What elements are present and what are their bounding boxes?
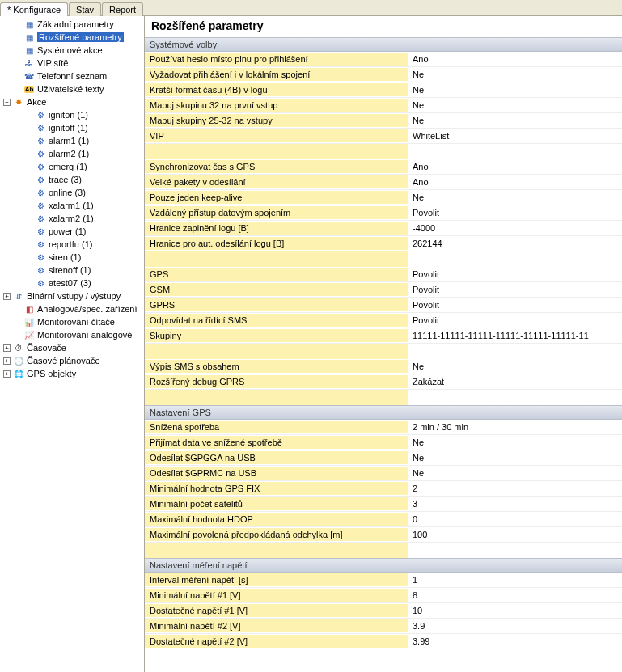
tree-node-advanced-params[interactable]: ▦Rozšířené parametry (0, 31, 144, 44)
param-row[interactable]: GPSPovolit (145, 267, 622, 282)
tree-node-vip[interactable]: 🖧VIP sítě (0, 57, 144, 70)
param-value[interactable]: WhiteList (408, 129, 622, 142)
expand-icon[interactable]: + (3, 344, 11, 352)
param-value[interactable]: Ne (408, 114, 622, 127)
param-value[interactable]: Ne (408, 467, 622, 480)
param-value[interactable]: 2 min / 30 min (408, 421, 622, 433)
tab-stav[interactable]: Stav (69, 2, 101, 16)
param-row[interactable]: Minimální napětí #2 [V]3.9 (145, 619, 622, 634)
expand-icon[interactable]: + (3, 370, 11, 378)
param-row[interactable]: Vzdálený přístup datovým spojenímPovolit (145, 205, 622, 221)
param-row[interactable]: Interval měření napětí [s]1 (145, 573, 622, 588)
param-value[interactable]: 3 (408, 497, 622, 510)
param-value[interactable]: Ne (408, 83, 622, 96)
param-row[interactable]: Rozšířený debug GPRSZakázat (145, 374, 622, 390)
param-row[interactable]: Minimální hodnota GPS FIX2 (145, 481, 622, 497)
param-row[interactable]: Skupiny11111-11111-11111-11111-11111-111… (145, 328, 622, 344)
param-value[interactable]: Povolit (408, 298, 622, 311)
param-row[interactable]: Odpovídat na řídící SMSPovolit (145, 313, 622, 328)
param-value[interactable]: Povolit (408, 314, 622, 327)
tree-action-online[interactable]: ⚙online (3) (0, 186, 144, 199)
tree-node-binary-io[interactable]: +⇵Binární vstupy / výstupy (0, 290, 144, 302)
param-value[interactable]: Povolit (408, 268, 622, 281)
param-row[interactable]: Snížená spotřeba2 min / 30 min (145, 420, 622, 435)
tree-node-gps-objects[interactable]: +🌐GPS objekty (0, 367, 144, 380)
param-row[interactable]: GPRSPovolit (145, 298, 622, 313)
param-row[interactable]: Maximální hodnota HDOP0 (145, 512, 622, 527)
param-row[interactable]: Výpis SMS s obsahemNe (145, 359, 622, 374)
param-value[interactable]: Zakázat (408, 375, 622, 388)
param-row[interactable]: Mapuj skupinu 32 na první vstupNe (145, 98, 622, 113)
param-value[interactable]: 2 (408, 482, 622, 495)
tab-konfigurace[interactable]: * Konfigurace (0, 2, 68, 16)
tree-node-analog[interactable]: ◧Analogová/spec. zařízení (0, 302, 144, 315)
param-row[interactable]: GSMPovolit (145, 282, 622, 298)
tree-action-siren[interactable]: ⚙siren (1) (0, 251, 144, 264)
tree-node-analog-mon[interactable]: 📈Monitorování analogové (0, 328, 144, 341)
param-row[interactable]: Synchronizovat čas s GPSAno (145, 159, 622, 175)
param-value[interactable]: 100 (408, 528, 622, 541)
expand-icon[interactable]: + (3, 357, 11, 365)
tree-action-xalarm2[interactable]: ⚙xalarm2 (1) (0, 212, 144, 225)
param-row[interactable]: Mapuj skupiny 25-32 na vstupyNe (145, 113, 622, 129)
tree-node-schedulers[interactable]: +🕒Časové plánovače (0, 354, 144, 367)
param-row[interactable]: Používat heslo místo pinu pro přihlášení… (145, 52, 622, 67)
tree-node-timers[interactable]: +⏱Časovače (0, 341, 144, 354)
param-row[interactable]: Hranice pro aut. odesílání logu [B]26214… (145, 236, 622, 251)
param-row[interactable]: Odesílat $GPRMC na USBNe (145, 466, 622, 481)
tree-action-alarm2[interactable]: ⚙alarm2 (1) (0, 147, 144, 160)
param-value[interactable]: 11111-11111-11111-11111-11111-11111-11 (408, 329, 622, 342)
param-row[interactable]: Vyžadovat přihlášení i v lokálním spojen… (145, 67, 622, 82)
param-value[interactable]: Ano (408, 175, 622, 188)
param-value[interactable]: Ano (408, 53, 622, 66)
tree-action-trace[interactable]: ⚙trace (3) (0, 173, 144, 186)
param-value[interactable]: Ne (408, 436, 622, 449)
param-value[interactable]: Ano (408, 160, 622, 173)
expand-icon[interactable]: + (3, 293, 11, 300)
param-value[interactable]: Ne (408, 68, 622, 81)
tree-action-alarm1[interactable]: ⚙alarm1 (1) (0, 134, 144, 147)
tree-action-xalarm1[interactable]: ⚙xalarm1 (1) (0, 199, 144, 212)
tree-action-reportfu[interactable]: ⚙reportfu (1) (0, 238, 144, 251)
param-value[interactable]: Ne (408, 451, 622, 464)
param-row[interactable]: Odesílat $GPGGA na USBNe (145, 450, 622, 466)
param-row[interactable]: Kratší formát času (4B) v loguNe (145, 82, 622, 98)
tree-node-system-actions[interactable]: ▦Systémové akce (0, 44, 144, 57)
param-value[interactable]: 8 (408, 589, 622, 602)
param-value[interactable]: 10 (408, 604, 622, 617)
tree-action-ignitoff[interactable]: ⚙ignitoff (1) (0, 121, 144, 134)
tab-report[interactable]: Report (102, 2, 143, 16)
param-value[interactable]: Ne (408, 360, 622, 373)
param-value[interactable]: 0 (408, 513, 622, 526)
tree-node-actions[interactable]: −✸Akce (0, 95, 144, 108)
param-row[interactable]: Velké pakety v odesíláníAno (145, 175, 622, 190)
param-value[interactable]: Povolit (408, 206, 622, 219)
param-row[interactable]: Hranice zaplnění logu [B]-4000 (145, 221, 622, 236)
tree-action-emerg[interactable]: ⚙emerg (1) (0, 160, 144, 173)
param-value[interactable]: Ne (408, 191, 622, 204)
param-value[interactable]: 262144 (408, 237, 622, 250)
param-row[interactable]: Minimální počet satelitů3 (145, 497, 622, 512)
param-value[interactable]: -4000 (408, 222, 622, 235)
tree-action-sirenoff[interactable]: ⚙sirenoff (1) (0, 264, 144, 277)
param-row[interactable]: Dostatečné napětí #2 [V]3.99 (145, 634, 622, 649)
param-value[interactable]: 1 (408, 573, 622, 586)
tree-node-basic-params[interactable]: ▦Základní parametry (0, 18, 144, 31)
tree-action-igniton[interactable]: ⚙igniton (1) (0, 108, 144, 121)
tree-node-phonebook[interactable]: ☎Telefonní seznam (0, 70, 144, 82)
param-row[interactable]: Přijímat data ve snížené spotřeběNe (145, 435, 622, 450)
param-value[interactable]: Ne (408, 99, 622, 112)
param-row[interactable]: VIPWhiteList (145, 129, 622, 144)
tree-action-atest07[interactable]: ⚙atest07 (3) (0, 277, 144, 290)
param-row[interactable]: Minimální napětí #1 [V]8 (145, 588, 622, 603)
param-row[interactable]: Pouze jeden keep-aliveNe (145, 190, 622, 205)
tree-node-counter-mon[interactable]: 📊Monitorování čítače (0, 315, 144, 328)
param-value[interactable]: Povolit (408, 283, 622, 296)
param-value[interactable]: 3.9 (408, 619, 622, 632)
param-value[interactable]: 3.99 (408, 635, 622, 648)
tree-node-user-texts[interactable]: AbUživatelské texty (0, 82, 144, 95)
tree-action-power[interactable]: ⚙power (1) (0, 225, 144, 238)
param-row[interactable]: Dostatečné napětí #1 [V]10 (145, 603, 622, 619)
param-row[interactable]: Maximální povolená předpokládaná odchylk… (145, 527, 622, 543)
collapse-icon[interactable]: − (3, 99, 11, 106)
